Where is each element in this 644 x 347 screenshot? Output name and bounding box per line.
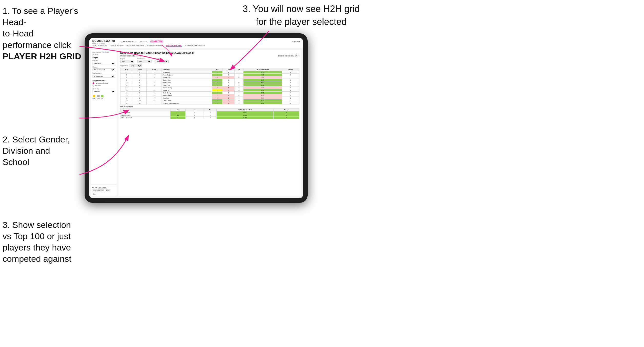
logo-text: SCOREBOARD <box>92 39 115 42</box>
last-updated: Last Updated: 27/03/2024 16:55:38 <box>93 51 115 55</box>
opponents-played-radio[interactable]: Opponents Played <box>93 82 115 84</box>
step3b-text: 3. You will now see H2H grid for the pla… <box>231 3 372 28</box>
division-section: Division NCAA Division III <box>93 66 115 71</box>
division-record: Division Record: 331 - 34 - 6 <box>278 55 299 57</box>
player-rank-label: Player (Rank) <box>93 73 115 74</box>
region-filter[interactable]: (All) <box>120 60 134 63</box>
step1-block: 1. To see a Player's Head- to-Head perfo… <box>3 5 82 62</box>
out-of-division-table: Win Loss Tie Diff Av Strokes/Rnd Rounds … <box>120 108 299 119</box>
opponent-view-section: Opponent view Opponents Played Top 100 <box>93 80 115 86</box>
undo-btn[interactable]: ↩ <box>92 186 94 189</box>
subnav-team-summary[interactable]: TEAM SUMMARY <box>92 45 107 47</box>
gender-section: Gender Women's <box>93 60 115 65</box>
colour-by-section: Colour by Win/loss <box>93 88 115 93</box>
step2-block: 2. Select Gender, Division and School <box>3 134 82 168</box>
redo-btn[interactable]: ↪ <box>95 186 97 189</box>
gender-select[interactable]: Women's <box>93 62 115 65</box>
instructions-panel: 1. To see a Player's Head- to-Head perfo… <box>3 5 82 264</box>
subnav-team-heatmap[interactable]: TEAM H2H HEATMAP <box>126 45 144 47</box>
subnav-player-h2h[interactable]: PLAYER H2H GRID <box>166 45 182 47</box>
opponent-view-label: Opponent view <box>93 80 115 82</box>
player-rank-select[interactable]: 8. Katelyn Vo <box>93 75 115 78</box>
nav-bar: SCOREBOARD Powered by clippd TOURNAMENTS… <box>89 38 303 48</box>
opponents-label: Opponents: <box>120 65 128 66</box>
sidebar-panel: Last Updated: 27/03/2024 16:55:38 Player… <box>91 50 117 184</box>
toolbar: ↩ ↪ View: Original Save Custom View Watc… <box>91 185 117 196</box>
h2h-table: # Div # Reg # Conf Opponent Win Loss Tie… <box>120 68 299 104</box>
tablet-screen: SCOREBOARD Powered by clippd TOURNAMENTS… <box>89 38 303 198</box>
sidebar: Last Updated: 27/03/2024 16:55:38 Player… <box>91 50 117 196</box>
save-view-btn[interactable]: Save Custom View <box>92 189 104 192</box>
step3b-block: 3. You will now see H2H grid for the pla… <box>231 3 372 28</box>
out-of-division-label: Out of division <box>120 106 299 108</box>
step1-text: 1. To see a Player's Head- to-Head perfo… <box>3 5 82 62</box>
share-btn[interactable]: Share <box>92 193 97 195</box>
step3a-text: 3. Show selection vs Top 100 or just pla… <box>3 219 82 265</box>
opponent-filter[interactable]: (All) <box>155 60 169 63</box>
colour-by-select[interactable]: Win/loss <box>93 90 115 93</box>
division-label: Division <box>93 66 115 68</box>
top100-radio[interactable]: Top 100 <box>93 85 115 86</box>
sign-out[interactable]: Sign out <box>293 41 300 43</box>
colour-legend: Down Level Up <box>93 95 115 99</box>
subnav-player-heatmap[interactable]: PLAYER H2H HEATMAP <box>185 45 205 47</box>
main-content: Last Updated: 27/03/2024 16:55:38 Player… <box>89 48 303 198</box>
overall-record: Overall Record: 353 - 34 - 6 <box>120 55 141 57</box>
data-title: Katelyn Vo Head-to-Head Grid for Women's… <box>120 52 299 54</box>
player-rank-section: Player (Rank) 8. Katelyn Vo <box>93 73 115 78</box>
watch-btn[interactable]: Watch <box>105 189 110 192</box>
nav-tournaments[interactable]: TOURNAMENTS <box>120 41 136 43</box>
subnav-player-summary[interactable]: PLAYER SUMMARY <box>147 45 164 47</box>
player-section: Player <box>93 56 115 58</box>
nav-teams[interactable]: TEAMS <box>140 41 147 43</box>
subnav-team-h2h[interactable]: TEAM H2H GRID <box>109 45 124 47</box>
nav-committee[interactable]: COMMITTEE <box>150 40 163 43</box>
gender-label: Gender <box>93 60 115 61</box>
tablet-frame: SCOREBOARD Powered by clippd TOURNAMENTS… <box>85 33 308 203</box>
conference-filter[interactable]: (All) <box>137 60 152 63</box>
data-area: Katelyn Vo Head-to-Head Grid for Women's… <box>118 50 301 196</box>
logo-sub: Powered by clippd <box>92 42 115 44</box>
view-original-btn[interactable]: View: Original <box>98 186 107 189</box>
logo: SCOREBOARD Powered by clippd <box>92 39 115 44</box>
colour-by-label: Colour by <box>93 88 115 90</box>
division-select[interactable]: NCAA Division III <box>93 68 115 71</box>
player-label: Player <box>93 56 115 58</box>
opponents-value-select[interactable]: (All) <box>129 64 142 67</box>
step3a-block: 3. Show selection vs Top 100 or just pla… <box>3 219 82 265</box>
step2-text: 2. Select Gender, Division and School <box>3 134 82 168</box>
